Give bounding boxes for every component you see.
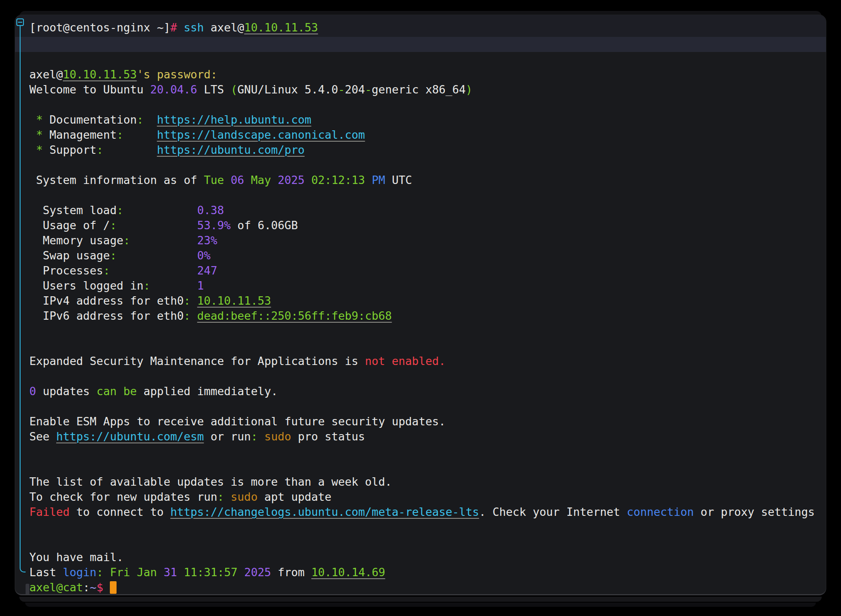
text-segment: 247	[197, 264, 217, 277]
text-segment: Jan	[137, 566, 157, 579]
text-segment: :	[103, 264, 110, 277]
text-segment	[103, 143, 157, 156]
fold-collapse-icon[interactable]	[16, 18, 24, 26]
link-url[interactable]: https://ubuntu.com/esm	[56, 430, 204, 443]
text-segment: :	[96, 143, 103, 156]
text-segment: UTC	[385, 173, 412, 186]
text-segment: PM	[372, 173, 385, 186]
text-segment	[365, 173, 372, 186]
text-segment	[123, 128, 157, 141]
text-segment: :	[123, 234, 130, 247]
text-segment: can be	[96, 385, 137, 398]
text-segment: See	[29, 430, 56, 443]
terminal-line: See https://ubuntu.com/esm or run: sudo …	[29, 429, 826, 444]
text-segment	[257, 430, 264, 443]
text-segment	[103, 581, 110, 594]
text-segment: )	[466, 83, 472, 96]
text-segment: 23%	[197, 234, 217, 247]
text-segment	[224, 490, 231, 503]
text-segment	[271, 173, 278, 186]
text-segment	[305, 173, 311, 186]
text-segment	[150, 279, 197, 292]
text-segment: ~	[90, 581, 96, 594]
terminal-line: Enable ESM Apps to receive additional fu…	[29, 414, 826, 429]
text-segment: sudo	[264, 430, 291, 443]
text-segment: dead:beef::250:56ff:feb9:cb68	[197, 309, 392, 322]
text-segment: -	[338, 83, 345, 96]
text-segment: :	[184, 294, 190, 307]
text-segment: sudo	[231, 490, 257, 503]
terminal-line: The list of available updates is more th…	[29, 474, 826, 489]
text-segment: connection	[627, 505, 694, 518]
text-segment: :	[117, 128, 123, 141]
text-segment: 2025	[278, 173, 304, 186]
terminal-output[interactable]: axel@10.10.11.53's password:Welcome to U…	[15, 52, 826, 595]
terminal-line: You have mail.	[29, 550, 826, 565]
terminal-line: Expanded Security Maintenance for Applic…	[29, 354, 826, 369]
text-segment: Tue	[204, 173, 224, 186]
text-segment: IPv4 address for eth0	[29, 294, 184, 307]
command-row: [root@centos-nginx ~]# ssh axel@10.10.11…	[15, 15, 826, 37]
link-url[interactable]: https://ubuntu.com/pro	[157, 143, 304, 156]
text-segment: 31	[164, 566, 177, 579]
text-segment: axel@	[29, 68, 63, 81]
text-segment: *	[36, 113, 43, 126]
fold-indicator-line	[20, 26, 26, 572]
text-segment: or run	[204, 430, 251, 443]
terminal-line	[29, 520, 826, 535]
terminal-line: Welcome to Ubuntu 20.04.6 LTS (GNU/Linux…	[29, 82, 826, 97]
text-segment: The list of available updates is more th…	[29, 475, 392, 488]
terminal-line: Processes: 247	[29, 263, 826, 278]
text-segment: #	[170, 21, 177, 34]
text-segment	[157, 566, 164, 579]
text-segment	[110, 264, 197, 277]
terminal-line: Memory usage: 23%	[29, 233, 826, 248]
text-segment: :	[110, 249, 117, 262]
text-segment: Failed	[29, 505, 70, 518]
text-segment: (	[231, 83, 237, 96]
prompt-line: axel@cat:~$	[29, 580, 826, 595]
text-segment: May	[251, 173, 271, 186]
text-segment: Management	[43, 128, 117, 141]
text-segment: GNU/Linux 5.4.0	[237, 83, 338, 96]
text-segment: Fri	[110, 566, 130, 579]
terminal-line: Failed to connect to https://changelogs.…	[29, 505, 826, 520]
text-segment: generic x86_64	[372, 83, 466, 96]
text-segment: of 6.06GB	[231, 219, 298, 232]
terminal-line	[29, 97, 826, 112]
text-segment: updates	[36, 385, 96, 398]
text-segment	[190, 294, 197, 307]
text-segment: System load	[29, 204, 117, 217]
terminal-line	[29, 369, 826, 384]
text-segment	[29, 128, 36, 141]
text-segment: :	[83, 581, 90, 594]
text-segment: to connect to	[70, 505, 170, 518]
terminal-line: * Documentation: https://help.ubuntu.com	[29, 112, 826, 127]
link-url[interactable]: https://landscape.canonical.com	[157, 128, 365, 141]
text-segment: Processes	[29, 264, 103, 277]
terminal-line: Swap usage: 0%	[29, 248, 826, 263]
text-segment: *	[36, 128, 43, 141]
terminal-line: System information as of Tue 06 May 2025…	[29, 173, 826, 188]
prompt-gutter-marker	[26, 584, 29, 595]
text-segment: 0	[29, 385, 36, 398]
text-segment	[177, 21, 184, 34]
text-segment: :	[117, 204, 123, 217]
terminal-line: Last login: Fri Jan 31 11:31:57 2025 fro…	[29, 565, 826, 580]
link-url[interactable]: https://help.ubuntu.com	[157, 113, 311, 126]
text-segment: System information as of	[29, 173, 204, 186]
text-segment: or proxy settings	[694, 505, 815, 518]
command-line-container: [root@centos-nginx ~]# ssh axel@10.10.11…	[29, 20, 826, 35]
terminal-line: 0 updates can be applied immediately.	[29, 384, 826, 399]
text-segment: IPv6 address for eth0	[29, 309, 184, 322]
link-url[interactable]: https://changelogs.ubuntu.com/meta-relea…	[170, 505, 479, 518]
terminal-line: To check for new updates run: sudo apt u…	[29, 489, 826, 505]
command-block-band	[15, 37, 826, 52]
text-segment: . Check your Internet	[479, 505, 627, 518]
text-segment: :	[143, 279, 150, 292]
terminal-line	[29, 535, 826, 550]
text-segment	[244, 173, 251, 186]
text-segment: :	[184, 309, 190, 322]
text-segment: not enabled.	[365, 355, 446, 368]
text-segment	[190, 309, 197, 322]
